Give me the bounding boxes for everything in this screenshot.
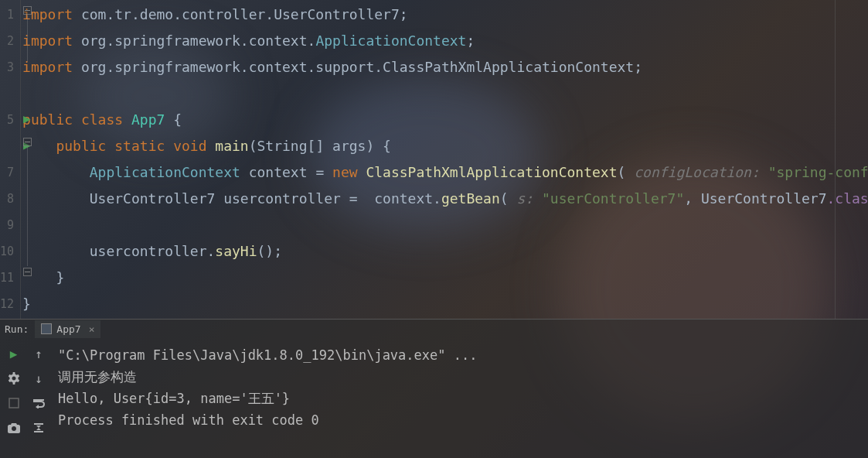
code-area[interactable]: import com.tr.demo.controller.UserContro… bbox=[21, 0, 868, 319]
run-label: Run: bbox=[5, 323, 29, 335]
camera-button[interactable] bbox=[5, 419, 23, 437]
settings-button[interactable] bbox=[5, 369, 23, 388]
line-number: 3 bbox=[0, 54, 20, 80]
down-arrow-button[interactable]: ↓ bbox=[29, 369, 48, 388]
line-number bbox=[0, 133, 20, 159]
line-number: 5 bbox=[0, 107, 20, 133]
app-icon bbox=[41, 323, 52, 334]
code-line: UserController7 usercontroller = context… bbox=[22, 186, 868, 212]
line-number: 10 bbox=[0, 238, 20, 265]
code-editor[interactable]: 1 2 3 5 7 8 9 10 11 12 ▶ ▶ import com.tr… bbox=[0, 0, 868, 319]
line-number: 2 bbox=[0, 28, 20, 54]
code-line: ApplicationContext context = new ClassPa… bbox=[22, 159, 868, 186]
console-line: Process finished with exit code 0 bbox=[58, 409, 868, 431]
run-class-icon[interactable]: ▶ bbox=[23, 111, 31, 126]
fold-toggle-icon[interactable] bbox=[23, 268, 32, 276]
code-line: import com.tr.demo.controller.UserContro… bbox=[22, 2, 868, 28]
code-line: public static void main(String[] args) { bbox=[22, 133, 868, 159]
up-arrow-button[interactable]: ↑ bbox=[29, 344, 48, 363]
rerun-button[interactable]: ▶ bbox=[5, 344, 23, 363]
run-panel: Run: App7 × ▶ ↑ ↓ "C:\Program Files\Java… bbox=[0, 319, 868, 458]
code-line: import org.springframework.context.Appli… bbox=[22, 28, 868, 54]
run-tab[interactable]: App7 × bbox=[35, 320, 100, 338]
code-line bbox=[22, 212, 868, 238]
code-line: usercontroller.sayHi(); bbox=[22, 238, 868, 265]
fold-gutter bbox=[20, 0, 21, 319]
line-number: 7 bbox=[0, 159, 20, 186]
soft-wrap-button[interactable] bbox=[29, 394, 48, 412]
line-number: 1 bbox=[0, 2, 20, 28]
fold-toggle-icon[interactable] bbox=[23, 6, 32, 15]
line-number: 8 bbox=[0, 186, 20, 212]
run-panel-header: Run: App7 × bbox=[0, 318, 868, 340]
scroll-button[interactable] bbox=[29, 419, 48, 437]
console-output[interactable]: "C:\Program Files\Java\jdk1.8.0_192\bin\… bbox=[50, 320, 868, 458]
line-number: 11 bbox=[0, 265, 20, 291]
svg-rect-0 bbox=[9, 398, 19, 408]
line-number: 9 bbox=[0, 212, 20, 238]
run-tab-name: App7 bbox=[56, 323, 80, 335]
fold-toggle-icon[interactable] bbox=[23, 138, 32, 146]
console-line: Hello, User{id=3, name='王五'} bbox=[58, 388, 868, 409]
line-gutter: 1 2 3 5 7 8 9 10 11 12 bbox=[0, 0, 20, 319]
code-line: import org.springframework.context.suppo… bbox=[22, 54, 868, 80]
code-line: public class App7 { bbox=[22, 107, 868, 133]
console-line: 调用无参构造 bbox=[58, 366, 868, 388]
line-number: 12 bbox=[0, 291, 20, 317]
navigation-arrows: ↑ ↓ bbox=[27, 320, 50, 458]
run-toolbar: ▶ bbox=[0, 320, 27, 458]
code-line bbox=[22, 80, 868, 107]
stop-button[interactable] bbox=[5, 394, 23, 412]
code-line: } bbox=[22, 291, 868, 317]
code-line: } bbox=[22, 265, 868, 291]
console-line: "C:\Program Files\Java\jdk1.8.0_192\bin\… bbox=[58, 344, 868, 366]
close-icon[interactable]: × bbox=[89, 323, 95, 335]
line-number bbox=[0, 80, 20, 107]
